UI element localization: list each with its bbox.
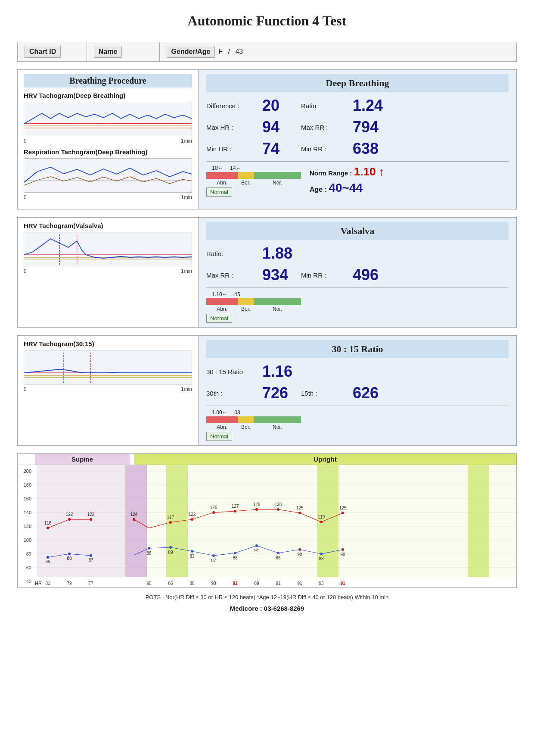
svg-text:91: 91	[340, 581, 345, 586]
svg-text:124: 124	[130, 512, 138, 517]
svg-text:88: 88	[67, 556, 72, 561]
r-abn-label: Abn.	[206, 424, 238, 430]
svg-text:118: 118	[44, 521, 52, 525]
difference-row: Difference : 20 Ratio : 1.24	[206, 97, 509, 115]
valsalva-section: HRV Tachogram(Valsalva) 0 1min Valsalva …	[17, 217, 517, 328]
valsalva-mini-scale	[206, 298, 301, 305]
chart-id-cell: Chart ID	[18, 42, 87, 61]
svg-text:160: 160	[24, 496, 31, 501]
resp-time-labels: 0 1min	[24, 194, 192, 200]
ratio3015-beats-row: 30th : 726 15th : 626	[206, 384, 509, 402]
norm-range-label: Norm Range :	[310, 169, 352, 177]
valsalva-scale-markers: 1.10← .45	[206, 291, 509, 297]
hrv-deep-chart	[24, 102, 192, 136]
gender-value: F	[218, 48, 223, 56]
pots-chart-section: Supine Upright 200 180 160 140 120 100 8…	[17, 453, 517, 588]
valsalva-rr-row: Max RR : 934 Min RR : 496	[206, 266, 509, 284]
scale-markers: 10← 14←	[206, 165, 301, 171]
difference-value: 20	[262, 97, 301, 115]
min-rr-value: 638	[353, 140, 379, 158]
svg-text:200: 200	[24, 469, 31, 474]
norm-range-value: 1.10 ↑	[354, 165, 385, 178]
valsalva-scale-container: 1.10← .45 Abn. Bor. Nor. Normal	[206, 291, 509, 323]
ratio3015-value: 1.16	[262, 362, 301, 381]
fifteenth-label: 15th :	[301, 390, 353, 397]
ratio3015-label: 30 : 15 Ratio	[206, 368, 262, 375]
svg-text:91: 91	[276, 581, 281, 586]
v-bor-label: Bor.	[238, 306, 254, 312]
ratio3015-left: HRV Tachogram(30:15) 0 1min	[18, 336, 199, 445]
svg-text:89: 89	[254, 581, 259, 586]
svg-text:120: 120	[24, 524, 31, 529]
svg-text:81: 81	[45, 581, 50, 586]
age-label: Age :	[310, 186, 327, 193]
resp-chart	[24, 158, 192, 193]
svg-text:90: 90	[146, 581, 152, 586]
age-value: 43	[235, 48, 243, 56]
gender-age-cell: Gender/Age F / 43	[160, 42, 516, 61]
pots-header-row: Supine Upright	[18, 454, 516, 465]
ratio3015-scale-markers: 1.00← .03	[206, 409, 509, 415]
ratio3015-header: 30 : 15 Ratio	[206, 340, 509, 358]
v-nor-label: Nor.	[254, 306, 301, 312]
svg-text:79: 79	[67, 581, 72, 586]
fifteenth-value: 626	[353, 384, 379, 402]
svg-text:122: 122	[66, 512, 73, 517]
thirtieth-value: 726	[262, 384, 301, 402]
normal-badge: Normal	[206, 187, 301, 197]
breathing-section: Breathing Procedure HRV Tachogram(Deep B…	[17, 69, 517, 209]
chart-id-label: Chart ID	[25, 46, 61, 58]
valsalva-header: Valsalva	[206, 222, 509, 240]
valsalva-ratio-value: 1.88	[262, 244, 301, 262]
hrv-deep-title: HRV Tachogram(Deep Breathing)	[24, 92, 192, 99]
v-abn-label: Abn.	[206, 306, 238, 312]
nor-label: Nor.	[254, 180, 301, 186]
svg-text:100: 100	[24, 537, 31, 543]
breathing-header: Breathing Procedure	[24, 74, 192, 87]
svg-text:88: 88	[189, 581, 195, 586]
min-hr-value: 74	[262, 140, 301, 158]
info-bar: Chart ID Name Gender/Age F / 43	[17, 42, 517, 62]
bor-label: Bor.	[238, 180, 254, 186]
valsalva-normal-badge: Normal	[206, 314, 509, 323]
ratio-label: Ratio :	[301, 102, 353, 109]
max-hr-value: 94	[262, 118, 301, 136]
mini-scale-bar	[206, 172, 301, 179]
breathing-right: Deep Breathing Difference : 20 Ratio : 1…	[199, 70, 516, 209]
valsalva-ratio-label: Ratio:	[206, 250, 262, 257]
age-range-value: 40~44	[329, 181, 363, 194]
svg-text:122: 122	[87, 512, 95, 517]
svg-text:180: 180	[24, 482, 31, 487]
valsalva-max-rr-label: Max RR :	[206, 272, 262, 279]
ratio3015-normal-badge: Normal	[206, 432, 509, 441]
hrv-valsalva-chart	[24, 232, 192, 266]
breathing-scale-container: 10← 14← Abn. Bor. Nor. Normal	[206, 165, 301, 197]
resp-title: Respiration Tachogram(Deep Breathing)	[24, 148, 192, 156]
min-rr-label: Min RR :	[301, 145, 353, 153]
ratio3015-mini-scale	[206, 416, 301, 423]
upright-label: Upright	[134, 454, 516, 465]
valsalva-min-rr-label: Min RR :	[301, 272, 353, 279]
difference-label: Difference :	[206, 102, 262, 109]
ratio3015-value-row: 30 : 15 Ratio 1.16	[206, 362, 509, 381]
breathing-left: Breathing Procedure HRV Tachogram(Deep B…	[18, 70, 199, 209]
min-hr-row: Min HR : 74 Min RR : 638	[206, 140, 509, 158]
r-nor-label: Nor.	[254, 424, 301, 430]
norm-range-container: Norm Range : 1.10 ↑ Age : 40~44	[310, 165, 385, 195]
svg-rect-32	[125, 465, 147, 577]
svg-text:80: 80	[26, 551, 31, 556]
hrv-deep-time-labels: 0 1min	[24, 138, 192, 144]
ratio3015-right: 30 : 15 Ratio 30 : 15 Ratio 1.16 30th : …	[199, 336, 516, 445]
valsalva-left: HRV Tachogram(Valsalva) 0 1min	[18, 218, 199, 327]
max-rr-value: 794	[353, 118, 379, 136]
svg-rect-125	[147, 465, 517, 577]
page-title: Autonomic Function 4 Test	[17, 13, 517, 29]
valsalva-ratio-row: Ratio: 1.88	[206, 244, 509, 262]
svg-text:86: 86	[168, 581, 173, 586]
abn-label: Abn.	[206, 180, 238, 186]
name-cell: Name	[87, 42, 160, 61]
name-value	[125, 48, 152, 56]
svg-text:87: 87	[88, 558, 93, 562]
max-hr-row: Max HR : 94 Max RR : 794	[206, 118, 509, 136]
pots-chart-body: 200 180 160 140 120 100 80 60 40	[18, 465, 516, 587]
